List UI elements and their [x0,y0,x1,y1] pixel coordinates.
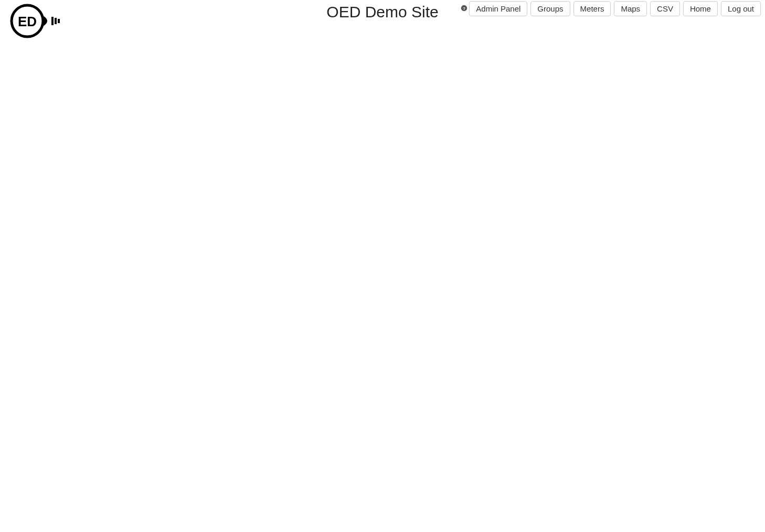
oed-logo: ED [9,3,62,39]
page-title: OED Demo Site [326,3,438,21]
admin-panel-button[interactable]: Admin Panel [469,1,527,16]
groups-button[interactable]: Groups [530,1,570,16]
help-icon[interactable]: ? [461,5,468,13]
csv-button[interactable]: CSV [650,1,680,16]
meters-button[interactable]: Meters [573,1,611,16]
svg-rect-4 [58,19,60,23]
logout-button[interactable]: Log out [721,1,761,16]
svg-rect-3 [55,18,57,24]
svg-rect-2 [51,17,54,25]
header: ED OED Demo Site ? Admin Panel Groups Me… [0,0,765,39]
nav-bar: ? Admin Panel Groups Meters Maps CSV Hom… [461,1,761,16]
maps-button[interactable]: Maps [614,1,647,16]
svg-text:?: ? [463,6,465,10]
home-button[interactable]: Home [683,1,718,16]
svg-text:ED: ED [18,14,37,29]
